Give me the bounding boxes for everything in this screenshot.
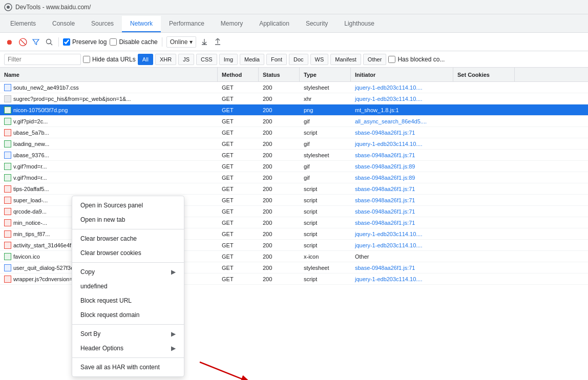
context-menu-item[interactable]: Save all as HAR with content <box>72 360 184 374</box>
cell-status: 200 <box>259 273 300 284</box>
initiator-link[interactable]: sbase-0948aa26f1.js:89 <box>355 163 415 170</box>
cell-type: gif <box>300 161 351 172</box>
has-blocked-checkbox[interactable] <box>388 56 395 63</box>
context-menu-item[interactable]: Clear browser cache <box>72 231 184 246</box>
initiator-link[interactable]: sbase-0948aa26f1.js:71 <box>355 208 415 215</box>
tab-memory[interactable]: Memory <box>213 16 251 32</box>
filter-css-btn[interactable]: CSS <box>196 54 217 65</box>
has-blocked-label[interactable]: Has blocked co... <box>388 56 445 63</box>
tab-console[interactable]: Console <box>44 16 83 32</box>
svg-point-1 <box>7 6 10 9</box>
stop-button[interactable]: 🚫 <box>17 37 28 47</box>
header-method[interactable]: Method <box>218 68 259 81</box>
header-set-cookies[interactable]: Set Cookies <box>453 68 515 81</box>
filter-doc-btn[interactable]: Doc <box>289 54 308 65</box>
filter-button[interactable] <box>31 37 41 47</box>
initiator-link[interactable]: mt_show_1.8.js:1 <box>355 107 399 113</box>
initiator-link[interactable]: sbase-0948aa26f1.js:71 <box>355 220 415 226</box>
initiator-link[interactable]: jquery-1-edb203c114.10.... <box>355 85 422 91</box>
record-button[interactable]: ⏺ <box>4 37 14 47</box>
file-name: loading_new... <box>13 141 49 147</box>
filter-input[interactable] <box>4 54 81 65</box>
toolbar-divider-2 <box>162 37 162 47</box>
context-menu-item[interactable]: Open in new tab <box>72 213 184 227</box>
table-row[interactable]: tips-20affaf5... GET 200 script sbase-09… <box>0 183 588 195</box>
initiator-link[interactable]: sbase-0948aa26f1.js:71 <box>355 186 415 192</box>
table-row[interactable]: ubase_9376... GET 200 stylesheet sbase-0… <box>0 150 588 161</box>
tab-elements[interactable]: Elements <box>2 16 44 32</box>
file-name: v.gif?mod=r... <box>13 163 47 170</box>
table-row[interactable]: ubase_5a7b... GET 200 script sbase-0948a… <box>0 127 588 138</box>
cell-cookies <box>453 228 515 239</box>
context-menu-item[interactable]: Header Options ▶ <box>72 341 184 355</box>
tab-lighthouse[interactable]: Lighthouse <box>336 16 383 32</box>
export-button[interactable] <box>213 37 223 47</box>
header-type[interactable]: Type <box>300 68 351 81</box>
context-menu-item[interactable]: Sort By ▶ <box>72 327 184 341</box>
cell-status: 200 <box>259 116 300 126</box>
initiator-link[interactable]: jquery-1-edb203c114.10.... <box>355 276 422 282</box>
import-button[interactable] <box>199 37 209 47</box>
header-initiator[interactable]: Initiator <box>351 68 453 81</box>
table-row[interactable]: v.gif?mod=r... GET 200 gif sbase-0948aa2… <box>0 161 588 172</box>
filter-all-btn[interactable]: All <box>138 54 153 65</box>
context-menu-item[interactable]: undefined <box>72 279 184 293</box>
submenu-arrow: ▶ <box>171 268 176 276</box>
file-name: favicon.ico <box>13 254 40 260</box>
table-row[interactable]: loading_new... GET 200 gif jquery-1-edb2… <box>0 138 588 150</box>
table-row[interactable]: v.gif?pid=2c... GET 200 gif all_async_se… <box>0 116 588 127</box>
filter-js-btn[interactable]: JS <box>178 54 194 65</box>
hide-data-urls-label[interactable]: Hide data URLs <box>83 56 136 63</box>
tab-application[interactable]: Application <box>251 16 298 32</box>
initiator-link[interactable]: sbase-0948aa26f1.js:71 <box>355 197 415 203</box>
filter-manifest-btn[interactable]: Manifest <box>330 54 361 65</box>
context-menu-item[interactable]: Block request URL <box>72 293 184 308</box>
cell-name: nicon-10750f3f7d.png <box>0 104 218 115</box>
context-menu-item[interactable]: Block request domain <box>72 308 184 322</box>
header-name[interactable]: Name <box>0 68 218 81</box>
online-select[interactable]: Online ▾ <box>166 36 197 48</box>
tab-sources[interactable]: Sources <box>83 16 122 32</box>
cell-type: stylesheet <box>300 150 351 160</box>
file-icon <box>4 129 11 136</box>
filter-other-btn[interactable]: Other <box>363 54 387 65</box>
hide-data-urls-checkbox[interactable] <box>83 56 90 63</box>
context-menu-item[interactable]: Copy ▶ <box>72 265 184 279</box>
cell-name: loading_new... <box>0 138 218 149</box>
initiator-link[interactable]: sbase-0948aa26f1.js:71 <box>355 152 415 158</box>
cell-type: gif <box>300 138 351 149</box>
search-button[interactable] <box>44 37 54 47</box>
table-row[interactable]: sugrec?prod=pc_his&from=pc_web&json=1&..… <box>0 93 588 104</box>
initiator-link[interactable]: jquery-1-edb203c114.10.... <box>355 242 422 248</box>
filter-media-btn[interactable]: Media <box>240 54 264 65</box>
table-row[interactable]: v.gif?mod=r... GET 200 gif sbase-0948aa2… <box>0 172 588 183</box>
initiator-link[interactable]: sbase-0948aa26f1.js:71 <box>355 265 415 271</box>
context-menu-item-label: Sort By <box>80 330 100 337</box>
table-row[interactable]: nicon-10750f3f7d.png GET 200 png mt_show… <box>0 104 588 116</box>
initiator-link[interactable]: all_async_search_86e4d5.... <box>355 118 427 124</box>
tab-security[interactable]: Security <box>298 16 336 32</box>
preserve-log-label[interactable]: Preserve log <box>63 38 107 46</box>
tab-performance[interactable]: Performance <box>161 16 213 32</box>
initiator-link[interactable]: jquery-1-edb203c114.10.... <box>355 231 422 237</box>
tab-network[interactable]: Network <box>122 16 161 32</box>
file-name: nicon-10750f3f7d.png <box>13 107 68 113</box>
initiator-link[interactable]: sbase-0948aa26f1.js:89 <box>355 175 415 181</box>
cell-cookies <box>453 127 515 138</box>
preserve-log-checkbox[interactable] <box>63 38 70 46</box>
context-menu-item[interactable]: Clear browser cookies <box>72 246 184 260</box>
file-name: v.gif?pid=2c... <box>13 118 48 124</box>
filter-xhr-btn[interactable]: XHR <box>155 54 176 65</box>
disable-cache-checkbox[interactable] <box>110 38 117 46</box>
initiator-link[interactable]: jquery-1-edb203c114.10.... <box>355 141 422 147</box>
context-menu-item[interactable]: Open in Sources panel <box>72 198 184 213</box>
initiator-link[interactable]: sbase-0948aa26f1.js:71 <box>355 130 415 136</box>
filter-font-btn[interactable]: Font <box>266 54 287 65</box>
cell-cookies <box>453 104 515 115</box>
filter-ws-btn[interactable]: WS <box>310 54 329 65</box>
table-row[interactable]: soutu_new2_ae491b7.css GET 200 styleshee… <box>0 82 588 93</box>
header-status[interactable]: Status <box>259 68 300 81</box>
initiator-link[interactable]: jquery-1-edb203c114.10.... <box>355 96 422 102</box>
filter-img-btn[interactable]: Img <box>219 54 238 65</box>
disable-cache-label[interactable]: Disable cache <box>110 38 157 46</box>
